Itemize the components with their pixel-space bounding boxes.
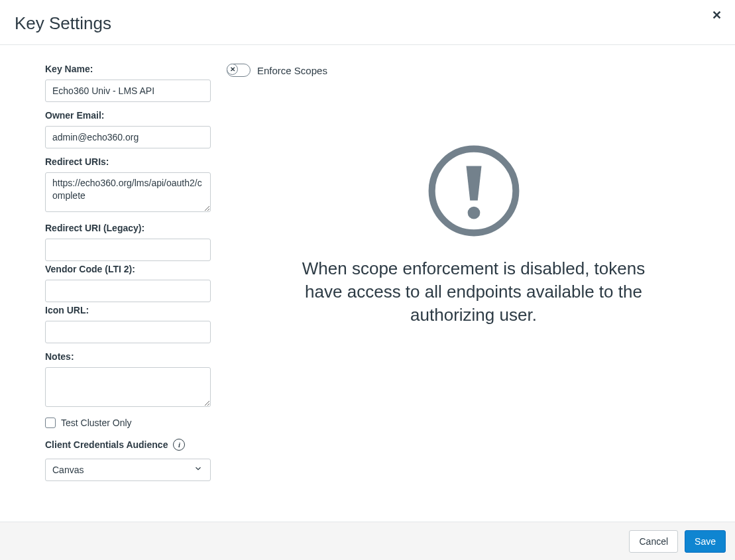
exclamation-circle-icon <box>426 143 522 239</box>
cancel-button[interactable]: Cancel <box>629 530 678 553</box>
vendor-code-label: Vendor Code (LTI 2): <box>45 264 211 274</box>
client-credentials-group: Client Credentials Audience i Canvas <box>45 439 211 481</box>
svg-point-2 <box>467 207 480 219</box>
info-icon[interactable]: i <box>173 439 185 451</box>
notes-label: Notes: <box>45 351 211 362</box>
key-name-group: Key Name: <box>45 64 211 102</box>
owner-email-group: Owner Email: <box>45 110 211 148</box>
notes-input[interactable] <box>45 367 211 407</box>
toggle-knob-off-icon: ✕ <box>227 64 238 75</box>
redirect-uris-input[interactable]: https://echo360.org/lms/api/oauth2/compl… <box>45 172 211 212</box>
icon-url-group: Icon URL: <box>45 305 211 343</box>
redirect-uris-group: Redirect URIs: https://echo360.org/lms/a… <box>45 156 211 215</box>
form-column: Key Name: Owner Email: Redirect URIs: ht… <box>45 64 211 519</box>
redirect-uri-legacy-input[interactable] <box>45 239 211 261</box>
icon-url-label: Icon URL: <box>45 305 211 315</box>
enforce-scopes-toggle[interactable]: ✕ <box>227 64 251 77</box>
vendor-code-input[interactable] <box>45 280 211 302</box>
owner-email-label: Owner Email: <box>45 110 211 121</box>
svg-marker-1 <box>466 166 481 201</box>
test-cluster-checkbox[interactable] <box>45 418 56 428</box>
warning-icon-wrap <box>227 143 720 239</box>
page-title: Key Settings <box>15 13 111 34</box>
modal-footer: Cancel Save <box>0 522 735 560</box>
client-credentials-select-wrapper: Canvas <box>45 459 211 481</box>
scopes-column: ✕ Enforce Scopes When scope enforcement … <box>227 64 720 519</box>
test-cluster-label: Test Cluster Only <box>61 418 132 428</box>
key-name-input[interactable] <box>45 80 211 102</box>
modal-header: Key Settings ✕ <box>0 0 735 45</box>
owner-email-input[interactable] <box>45 126 211 148</box>
enforce-scopes-row: ✕ Enforce Scopes <box>227 64 720 77</box>
test-cluster-row: Test Cluster Only <box>45 418 211 428</box>
client-credentials-label: Client Credentials Audience <box>45 439 168 450</box>
scopes-warning-text: When scope enforcement is disabled, toke… <box>288 257 659 327</box>
vendor-code-group: Vendor Code (LTI 2): <box>45 264 211 302</box>
save-button[interactable]: Save <box>685 530 726 553</box>
redirect-uri-legacy-group: Redirect URI (Legacy): <box>45 223 211 261</box>
icon-url-input[interactable] <box>45 321 211 343</box>
notes-group: Notes: <box>45 351 211 410</box>
key-name-label: Key Name: <box>45 64 211 74</box>
close-button[interactable]: ✕ <box>712 9 722 21</box>
modal-content: Key Name: Owner Email: Redirect URIs: ht… <box>0 45 735 519</box>
client-credentials-select[interactable]: Canvas <box>45 459 211 481</box>
close-icon: ✕ <box>712 9 722 22</box>
redirect-uris-label: Redirect URIs: <box>45 156 211 167</box>
client-credentials-label-row: Client Credentials Audience i <box>45 439 211 451</box>
scopes-warning-area: When scope enforcement is disabled, toke… <box>227 77 720 327</box>
redirect-uri-legacy-label: Redirect URI (Legacy): <box>45 223 211 233</box>
enforce-scopes-label: Enforce Scopes <box>257 65 327 76</box>
